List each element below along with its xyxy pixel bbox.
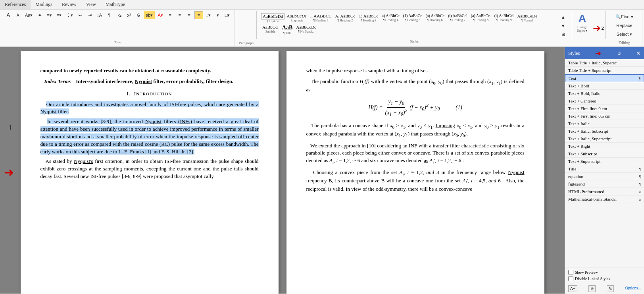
style-entry-15[interactable]: equation¶ <box>565 173 644 180</box>
style-entry-3[interactable]: Text + Bold <box>565 82 644 90</box>
manage-styles-btn[interactable]: ✎ <box>607 285 614 292</box>
font-size-up-btn[interactable]: A <box>4 11 13 19</box>
styles-scroll-down-btn[interactable]: ▼ <box>559 22 567 30</box>
ribbon-tabs: References Mailings Review View MathType <box>0 0 644 10</box>
style-heading4[interactable]: a) AaBbCc ¶ Heading 4 <box>381 13 400 23</box>
style-entry-1[interactable]: Table Title + Superscript <box>565 67 644 74</box>
editing-group-label: Editing <box>619 40 630 45</box>
style-entry-14[interactable]: Title¶ <box>565 165 644 173</box>
border-btn[interactable]: □▾ <box>223 11 232 19</box>
style-normal[interactable]: AaBbCeDe ¶ Normal <box>516 13 538 23</box>
style-title[interactable]: AaB ¶ Title <box>281 24 294 35</box>
disable-linked-checkbox-label[interactable]: Disable Linked Styles <box>568 276 641 281</box>
shading-btn[interactable]: ▾ <box>213 11 222 19</box>
style-entry-8[interactable]: Text + Italic <box>565 120 644 128</box>
font-group-label: Font <box>114 40 121 45</box>
line-spacing-btn[interactable]: ↕▾ <box>204 11 213 19</box>
style-entry-6[interactable]: Text + First line: 0 cm <box>565 105 644 112</box>
change-styles-btn[interactable]: A <box>577 12 588 25</box>
align-right-btn[interactable]: ≡ <box>185 11 194 19</box>
strikethrough-btn[interactable]: S <box>134 11 143 19</box>
replace-btn[interactable]: Replace <box>613 21 635 29</box>
ribbon-separator-3 <box>572 11 572 39</box>
style-entry-7[interactable]: Text + First line: 0,5 cm <box>565 112 644 120</box>
right-para1: when the impulse response is sampled wit… <box>306 67 525 75</box>
pilcrow-btn[interactable]: ¶ <box>105 11 113 19</box>
style-no-spacing[interactable]: AaBbCcDc ¶ No Spaci... <box>295 24 317 35</box>
style-heading6[interactable]: (a) AaBbCe ¶ Heading 6 <box>425 13 446 23</box>
clear-format-btn[interactable]: ✦ <box>35 11 44 19</box>
tab-mathtype[interactable]: MathType <box>101 0 130 9</box>
style-heading3[interactable]: 1) AaBbCc ¶ Heading 3 <box>358 13 379 23</box>
style-entry-12[interactable]: Text + Subscript <box>565 150 644 158</box>
find-btn[interactable]: 🔍 Find ▾ <box>613 13 635 21</box>
style-entry-0[interactable]: Table Title + Italic, Supersc <box>565 59 644 67</box>
styles-panel-footer: Show Preview Disable Linked Styles <box>565 267 644 284</box>
change-styles-group: A ChangeStyles ▾ <box>573 10 591 46</box>
align-left-btn[interactable]: ≡ <box>166 11 175 19</box>
styles-panel-title-text: Styles <box>568 50 580 56</box>
left-page: 1 ➜ compared to newly reported results c… <box>21 51 279 294</box>
style-caption[interactable]: AaBbCcDd ¶ Caption <box>261 13 285 23</box>
justify-btn[interactable]: ≡ <box>194 11 203 19</box>
highlight-btn[interactable]: ab▾ <box>144 11 155 19</box>
style-entry-18[interactable]: MathematicaFormatStandara <box>565 195 644 203</box>
section-heading: I. INTRODUCTION <box>40 90 259 98</box>
style-emphasis[interactable]: AaBbCcDe Emphasis <box>286 13 308 23</box>
document-area: 1 ➜ compared to newly reported results c… <box>0 47 565 294</box>
style-entry-9[interactable]: Text + Italic, Subscript <box>565 128 644 135</box>
show-preview-checkbox[interactable] <box>568 270 573 275</box>
style-entry-11[interactable]: Text + Right <box>565 143 644 150</box>
tab-view[interactable]: View <box>81 0 101 9</box>
ribbon-separator-4 <box>605 11 606 39</box>
style-entry-17[interactable]: HTML Preformatteda <box>565 188 644 195</box>
styles-panel-close-btn[interactable]: ✕ <box>636 50 641 57</box>
list-btn2[interactable]: ≡▾ <box>55 11 63 19</box>
font-size-down-btn[interactable]: A <box>13 11 22 19</box>
tab-mailings[interactable]: Mailings <box>31 0 57 9</box>
styles-panel: Styles ➜ 3 ✕ Table Title + Italic, Super… <box>565 47 644 294</box>
style-entry-16[interactable]: figlegend¶ <box>565 180 644 188</box>
paragraph-group-label: Paragraph <box>239 17 253 45</box>
align-center-btn[interactable]: ≡ <box>175 11 184 19</box>
show-preview-checkbox-label[interactable]: Show Preview <box>568 270 641 275</box>
font-color-btn[interactable]: A▾ <box>156 11 165 19</box>
font-style-btn[interactable]: Aa▾ <box>23 11 35 19</box>
inspect-style-btn[interactable]: ⊕ <box>588 285 596 292</box>
disable-linked-checkbox[interactable] <box>568 276 573 281</box>
style-entry-4[interactable]: Text + Bold, Italic <box>565 90 644 97</box>
style-entry-2[interactable]: Text¶ <box>565 74 644 82</box>
list-btn1[interactable]: ≡▾ <box>45 11 54 19</box>
styles-scroll-up-btn[interactable]: ▲ <box>559 13 567 21</box>
tab-references[interactable]: References <box>0 0 31 9</box>
styles-list: Table Title + Italic, SuperscTable Title… <box>565 59 644 267</box>
intro-para3: As stated by Nyquist's first criterion, … <box>40 158 259 180</box>
tab-review[interactable]: Review <box>57 0 81 9</box>
right-para5: Choosing a convex piece from the set Ai,… <box>306 169 525 193</box>
right-para4: We extend the approach in [10] consideri… <box>306 142 525 166</box>
select-btn[interactable]: Select ▾ <box>613 30 635 38</box>
new-style-btn[interactable]: A+ <box>568 285 577 292</box>
arrow-indicator-left: ➜ <box>4 166 14 178</box>
style-heading9[interactable]: (i) AaBbCcl ¶ Heading 9 <box>493 13 515 23</box>
style-heading1[interactable]: I. AABBCC ¶ Heading 1 <box>309 13 333 23</box>
style-heading7[interactable]: (i) AaBbCcl ¶ Heading 7 <box>447 13 469 23</box>
style-heading2[interactable]: A. AaBbCc ¶ Heading 2 <box>334 13 357 23</box>
equation-block: H(f) = y1 − y0 (x1 − x0)2 (f − x0)2 + y0… <box>306 98 525 118</box>
style-entry-13[interactable]: Text + Superscript <box>565 158 644 165</box>
style-heading8[interactable]: (a) AaBbCc. ¶ Heading 8 <box>470 13 492 23</box>
style-subtitle[interactable]: AaBbCcl Subtitle <box>261 24 280 35</box>
styles-group-label: Styles <box>261 39 567 43</box>
styles-more-btn[interactable]: ⊞ <box>559 31 567 39</box>
sort-btn[interactable]: ↕A <box>95 11 104 19</box>
style-heading5[interactable]: (1) AaBbCc ¶ Heading 5 <box>402 13 423 23</box>
list-btn3[interactable]: ⋮▾ <box>64 11 75 19</box>
right-page: when the impulse response is sampled wit… <box>286 51 544 294</box>
outdent-btn[interactable]: ⇥ <box>85 11 94 19</box>
options-link[interactable]: Options... <box>625 286 641 292</box>
style-entry-5[interactable]: Text + Centered <box>565 97 644 105</box>
subscript-btn[interactable]: x₂ <box>115 11 124 19</box>
superscript-btn[interactable]: x² <box>125 11 133 19</box>
indent-btn[interactable]: ⇤ <box>76 11 85 19</box>
style-entry-10[interactable]: Text + Italic, Superscript <box>565 135 644 143</box>
